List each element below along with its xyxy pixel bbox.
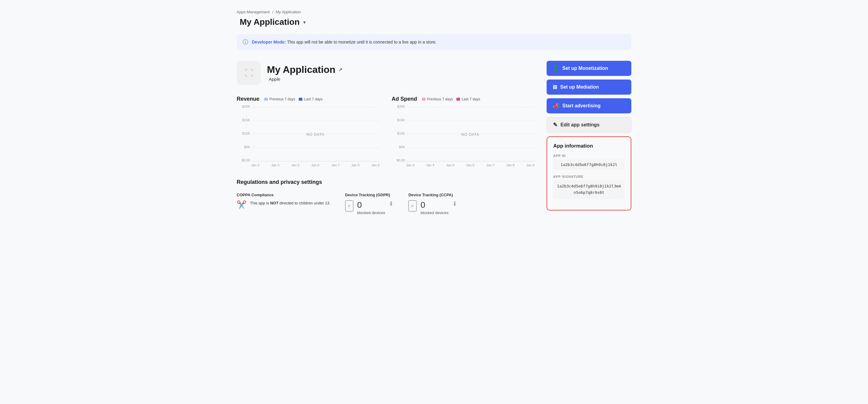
app-id-value: 1a2b3c4d5e6f7g8h9i0j1k2l [553, 159, 625, 170]
developer-mode-text: Developer Mode: This app will not be abl… [252, 40, 437, 44]
x-label: Jan 4 [426, 163, 434, 167]
ccpa-count-area: 0 blocked devices [421, 200, 448, 215]
megaphone-icon: 📣 [553, 102, 559, 109]
app-signature-label: APP SIGNATURE [553, 175, 625, 178]
developer-mode-banner: ⓘ Developer Mode: This app will not be a… [237, 34, 631, 50]
gridline-label: $5K [239, 145, 250, 149]
app-id-label: APP ID [553, 154, 625, 158]
coppa-icon: ✂️ [237, 200, 246, 209]
gdpr-label: Device Tracking (GDPR) [345, 193, 394, 197]
x-label: Jan 3 [406, 163, 414, 167]
download-icon[interactable]: ⬇ [452, 200, 457, 207]
ccpa-sublabel: blocked devices [421, 210, 448, 215]
x-label: Jan 9 [526, 163, 534, 167]
monetization-btn-label: Set up Monetization [562, 66, 608, 71]
ad-spend-no-data: NO DATA [461, 132, 479, 136]
main-content: ⛶ My Application ↗ Apple [237, 61, 534, 215]
x-label: Jan 8 [351, 163, 360, 167]
ad-spend-chart-area: $20K $15K $10K $5K $0.00 NO DATA [406, 107, 534, 162]
revenue-chart: Revenue Previous 7 days Last 7 days [237, 96, 379, 167]
x-label: Jan 7 [486, 163, 495, 167]
x-label: Jan 5 [291, 163, 299, 167]
gridline-label: $20K [394, 105, 405, 108]
gdpr-content: ✕ 0 blocked devices ⬇ [345, 200, 394, 215]
sidebar: 💲 Set up Monetization ⊞ Set up Mediation… [547, 61, 631, 215]
breadcrumb-separator: / [272, 10, 273, 14]
revenue-legend-last: Last 7 days [299, 97, 322, 101]
ccpa-label: Device Tracking (CCPA) [408, 193, 457, 197]
phone-icon: ✕ [408, 200, 417, 212]
page-title: My Application [240, 17, 300, 27]
gridline-label: $0.00 [239, 159, 250, 162]
gridline: $5K [406, 147, 534, 148]
layers-icon: ⊞ [553, 84, 557, 91]
regulations-title: Regulations and privacy settings [237, 179, 534, 186]
app-icon-placeholder: ⛶ [237, 61, 261, 85]
ad-spend-chart-header: Ad Spend Previous 7 days Last 7 days [392, 96, 534, 102]
last-ad-dot [456, 98, 460, 101]
gdpr-tracking: Device Tracking (GDPR) ✕ 0 blocked devic… [345, 193, 394, 215]
ad-spend-legend-last: Last 7 days [456, 97, 480, 101]
page-container: Apps Management / My Application My Appl… [222, 0, 646, 225]
x-label: Jan 3 [251, 163, 259, 167]
revenue-chart-area: $20K $15K $10K $5K $0.00 NO DATA [251, 107, 379, 162]
x-icon: ✕ [347, 203, 351, 208]
coppa-content: ✂️ This app is NOT directed to children … [237, 200, 331, 209]
ad-spend-chart-title: Ad Spend [392, 96, 417, 102]
chevron-down-icon[interactable]: ▾ [303, 19, 306, 25]
dollar-icon: 💲 [553, 65, 559, 72]
breadcrumb-current: My Application [276, 10, 301, 14]
regulations-grid: COPPA Compliance ✂️ This app is NOT dire… [237, 193, 534, 215]
coppa-label: COPPA Compliance [237, 193, 331, 197]
revenue-legend-prev: Previous 7 days [264, 97, 295, 101]
revenue-x-axis: Jan 3 Jan 4 Jan 5 Jan 6 Jan 7 Jan 8 Jan … [251, 162, 379, 167]
last-rev-dot [299, 98, 302, 101]
x-label: Jan 5 [446, 163, 454, 167]
app-header: ⛶ My Application ↗ Apple [237, 61, 534, 85]
breadcrumb-parent-link[interactable]: Apps Management [237, 10, 270, 14]
gdpr-count-area: 0 blocked devices [357, 200, 385, 215]
image-placeholder-icon: ⛶ [245, 68, 253, 78]
coppa-text-pre: This app is [250, 201, 270, 205]
info-icon: ⓘ [243, 38, 248, 46]
app-name-label: My Application [267, 64, 335, 75]
x-label: Jan 4 [271, 163, 279, 167]
app-info-text: My Application ↗ Apple [267, 64, 342, 82]
app-info-card-title: App information [553, 143, 625, 149]
coppa-text-post: directed to children under 13. [278, 201, 331, 205]
setup-monetization-button[interactable]: 💲 Set up Monetization [547, 61, 631, 76]
gridline-label: $10K [394, 132, 405, 135]
gridline-label: $20K [239, 105, 250, 108]
revenue-legend: Previous 7 days Last 7 days [264, 97, 322, 101]
setup-mediation-button[interactable]: ⊞ Set up Mediation [547, 79, 631, 95]
ccpa-count: 0 [421, 200, 448, 210]
gdpr-sublabel: blocked devices [357, 210, 385, 215]
revenue-chart-header: Revenue Previous 7 days Last 7 days [237, 96, 379, 102]
mediation-btn-label: Set up Mediation [560, 85, 599, 90]
gridline: $20K [406, 107, 534, 107]
app-signature-value: 1a2b3c4d5e6f7g8h9i0j1k2l3m4n5o6p7q8r9s0t [553, 180, 625, 199]
x-label: Jan 6 [466, 163, 474, 167]
app-store-label: Apple [269, 76, 280, 82]
advertising-btn-label: Start advertising [562, 103, 600, 108]
prev-ad-dot [422, 98, 426, 101]
coppa-compliance: COPPA Compliance ✂️ This app is NOT dire… [237, 193, 331, 215]
revenue-prev-label: Previous 7 days [269, 97, 295, 101]
gridline-label: $15K [239, 118, 250, 122]
coppa-text: This app is NOT directed to children und… [250, 200, 331, 206]
start-advertising-button[interactable]: 📣 Start advertising [547, 98, 631, 113]
app-name-heading: My Application ↗ [267, 64, 342, 75]
download-icon[interactable]: ⬇ [389, 200, 394, 207]
gridline: $15K [406, 121, 534, 121]
prev-rev-dot [264, 98, 268, 101]
revenue-no-data: NO DATA [306, 132, 324, 136]
gridline-label: $0.00 [394, 159, 405, 162]
ad-spend-chart: Ad Spend Previous 7 days Last 7 days [392, 96, 534, 167]
gridline: $0.00 [251, 161, 379, 161]
external-link-icon[interactable]: ↗ [338, 67, 342, 73]
x-label: Jan 7 [332, 163, 340, 167]
edit-app-settings-button[interactable]: ✎ Edit app settings [547, 117, 631, 133]
gridline-label: $10K [239, 132, 250, 135]
gridline-label: $15K [394, 118, 405, 122]
title-row: My Application ▾ [237, 17, 631, 27]
